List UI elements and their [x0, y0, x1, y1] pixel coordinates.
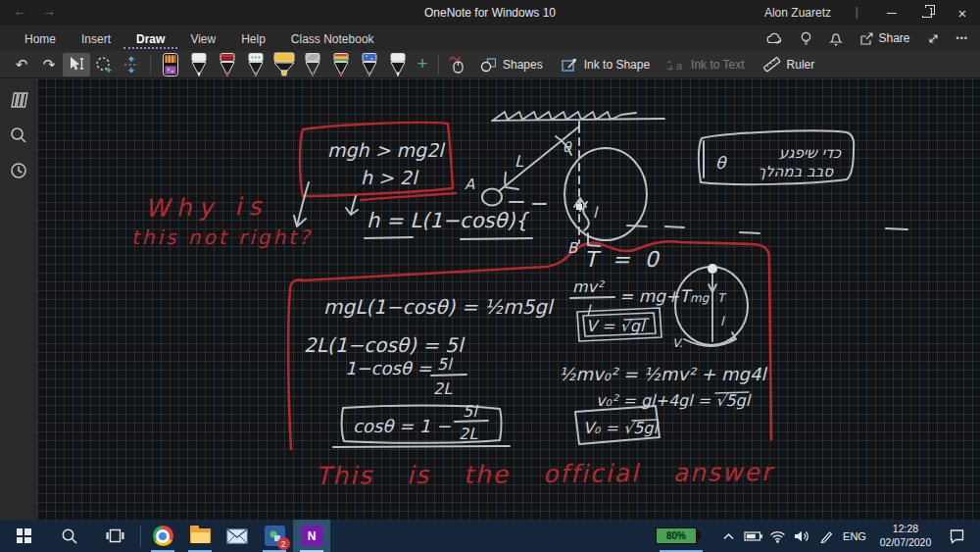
- restore-icon: [922, 8, 932, 18]
- file-explorer-icon: [190, 528, 211, 543]
- tray-expand-button[interactable]: [716, 520, 741, 552]
- speaker-icon: [794, 529, 810, 543]
- maximize-button[interactable]: [909, 0, 945, 25]
- action-center-icon: [949, 528, 965, 544]
- tab-draw[interactable]: Draw: [123, 27, 177, 49]
- taskbar-app-battery-widget[interactable]: 80%: [656, 520, 712, 552]
- minimize-button[interactable]: [874, 0, 909, 25]
- ink-to-shape-button[interactable]: Ink to Shape: [552, 53, 659, 76]
- title-bar: ← → OneNote for Windows 10 Alon Zuaretz …: [0, 0, 980, 25]
- taskbar-app-mail[interactable]: [219, 520, 256, 552]
- work-eq4-den: 2L: [459, 425, 478, 443]
- navigation-sidebar: [0, 78, 37, 520]
- pencil-tool[interactable]: [298, 52, 326, 77]
- pen-plain-icon: [387, 52, 409, 77]
- eraser-tool[interactable]: [156, 52, 184, 77]
- redo-button[interactable]: ↷: [35, 53, 63, 76]
- pen-green-dotted-tool[interactable]: [241, 52, 270, 77]
- tab-view[interactable]: View: [177, 27, 228, 49]
- onenote-icon: N: [302, 526, 322, 546]
- dot-on-line: [576, 204, 582, 210]
- more-options-button[interactable]: •••: [956, 33, 968, 43]
- question-line1: Why is: [145, 192, 269, 223]
- task-view-button[interactable]: [92, 520, 137, 552]
- ink-to-text-label: Ink to Text: [691, 58, 744, 72]
- tab-home[interactable]: Home: [12, 27, 69, 49]
- draw-with-touch-icon: [448, 55, 467, 74]
- tray-volume-icon[interactable]: [790, 520, 814, 552]
- start-button[interactable]: [0, 520, 47, 552]
- toolbar-separator: [150, 55, 151, 75]
- label-A: A: [465, 176, 475, 193]
- account-name[interactable]: Alon Zuaretz: [764, 6, 831, 20]
- notification-badge: 2: [277, 537, 290, 550]
- taskbar-app-chrome[interactable]: [144, 520, 181, 552]
- lasso-select-tool[interactable]: [90, 53, 118, 76]
- taskbar-app-messaging[interactable]: 2: [256, 520, 293, 552]
- claim-line2: h > 2l: [361, 167, 419, 188]
- taskbar-app-onenote[interactable]: N: [293, 520, 330, 552]
- energy-eq2: v₀² = gl+4gl = √5gl: [596, 391, 752, 410]
- ribbon-tabs: Home Insert Draw View Help Class Noteboo…: [0, 25, 980, 51]
- hebrew-line1: כדי שיפגע: [779, 144, 842, 162]
- windows-taskbar: 2 N 80%: [0, 520, 980, 552]
- ruler-button[interactable]: Ruler: [754, 53, 824, 76]
- draw-with-mouse-tool[interactable]: [444, 53, 471, 76]
- label-theta: θ: [563, 139, 572, 155]
- underline-dashes: [365, 237, 532, 239]
- select-objects-tool[interactable]: [63, 53, 90, 76]
- language-indicator[interactable]: ENG: [839, 530, 870, 542]
- pen-white-tool[interactable]: [184, 52, 213, 77]
- close-button[interactable]: ×: [945, 0, 980, 25]
- label-L: L: [514, 152, 524, 171]
- app-title: OneNote for Windows 10: [0, 6, 980, 20]
- work-eq4-num: 5l: [463, 402, 478, 421]
- notebooks-icon[interactable]: [9, 90, 28, 110]
- minimize-icon: [887, 13, 897, 14]
- share-button[interactable]: Share: [859, 31, 910, 45]
- pen-red-tool[interactable]: [213, 52, 241, 77]
- clock-date: 02/07/2020: [870, 536, 941, 550]
- pen-rainbow-tool[interactable]: [326, 52, 355, 77]
- pen-plain-tool[interactable]: [383, 52, 412, 77]
- tray-battery-icon[interactable]: [741, 520, 765, 552]
- taskbar-clock[interactable]: 12:28 02/07/2020: [870, 523, 941, 549]
- search-icon[interactable]: [9, 125, 28, 145]
- sync-status-icon[interactable]: [766, 31, 783, 45]
- lightbulb-icon[interactable]: [800, 31, 812, 46]
- ink-to-shape-label: Ink to Shape: [584, 58, 650, 72]
- undo-button[interactable]: ↶: [8, 53, 35, 76]
- taskbar-app-explorer[interactable]: [181, 520, 219, 552]
- tab-class-notebook[interactable]: Class Notebook: [278, 27, 387, 49]
- battery-percent-widget: 80%: [656, 527, 697, 544]
- messaging-app-icon: 2: [265, 526, 285, 546]
- tray-pen-icon[interactable]: [814, 520, 839, 552]
- work-eq1: mgL(1−cosθ) = ½m5gl: [323, 295, 555, 319]
- bell-icon[interactable]: [829, 31, 843, 46]
- toolbar-separator: [438, 55, 439, 75]
- hebrew-line2: סבב במהלך: [758, 163, 834, 180]
- titlebar-divider: |: [856, 4, 858, 19]
- chevron-up-icon: [722, 531, 735, 541]
- fraction-bar-cent: [570, 297, 614, 298]
- insert-space-icon: [122, 56, 140, 74]
- recent-notes-icon[interactable]: [9, 161, 28, 180]
- fullscreen-icon[interactable]: [927, 32, 940, 45]
- insert-space-tool[interactable]: [118, 53, 145, 76]
- tab-help[interactable]: Help: [228, 27, 278, 49]
- add-pen-button[interactable]: +: [412, 54, 433, 75]
- highlighter-yellow-tool[interactable]: [270, 52, 298, 77]
- label-v0: V.: [672, 336, 683, 350]
- page-canvas[interactable]: mgh > mg2l h > 2l h = L(1−cosθ){ A θ L l…: [37, 78, 980, 520]
- tray-wifi-icon[interactable]: [765, 520, 790, 552]
- fraction-bar-eq4: [455, 421, 488, 422]
- taskbar-search-button[interactable]: [47, 520, 92, 552]
- handwritten-notes: mgh > mg2l h > 2l h = L(1−cosθ){ A θ L l…: [37, 78, 980, 520]
- question-line2: this not right?: [131, 226, 313, 249]
- pen-galaxy-blue-tool[interactable]: [355, 52, 383, 77]
- tab-insert[interactable]: Insert: [69, 27, 123, 49]
- taskbar-separator: [140, 526, 141, 547]
- action-center-button[interactable]: [941, 520, 972, 552]
- shapes-button[interactable]: Shapes: [471, 53, 552, 76]
- label-mg: mg: [690, 291, 710, 305]
